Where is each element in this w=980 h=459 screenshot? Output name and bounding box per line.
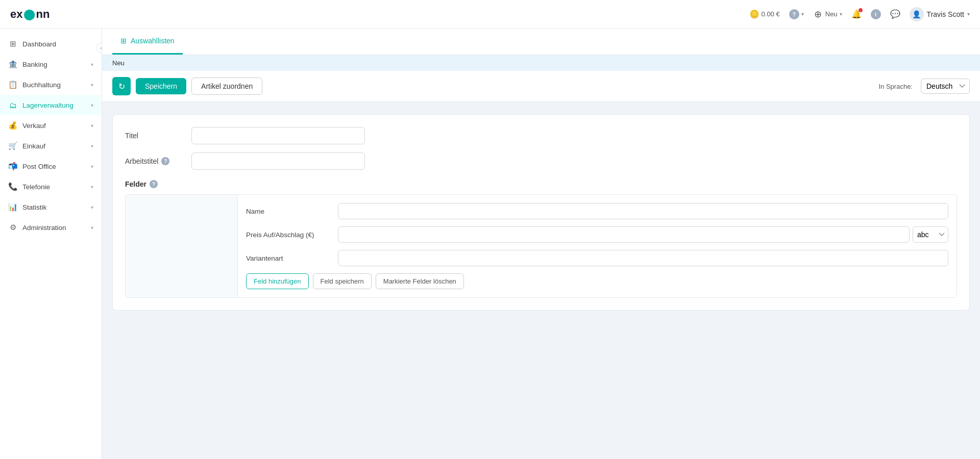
message-button[interactable]: 💬 (890, 9, 900, 19)
neu-section: Neu (102, 55, 980, 71)
delete-marked-button[interactable]: Markierte Felder löschen (376, 273, 464, 289)
arbeitstitel-help-icon[interactable]: ? (161, 157, 169, 165)
name-field-label: Name (246, 208, 338, 215)
form-area: Titel Arbeitstitel ? Felder ? (102, 102, 980, 323)
einkauf-chevron-icon: ▾ (91, 143, 93, 149)
dashboard-icon: ⊞ (8, 39, 17, 48)
sidebar-label-post-office: Post Office (22, 163, 56, 170)
tab-auswahllisten-label: Auswahllisten (131, 37, 175, 45)
post-office-chevron-icon: ▾ (91, 164, 93, 169)
variante-field-row: Variantenart (246, 250, 948, 266)
topbar-right: 🪙 0.00 € ? ▾ ⊕ Neu ▾ 🔔 i 💬 👤 Travis Scot… (749, 7, 970, 21)
help-icon: ? (789, 9, 799, 19)
notification-dot (859, 8, 863, 12)
info-button[interactable]: i (871, 9, 881, 19)
sidebar-label-banking: Banking (22, 61, 47, 68)
preis-field-label: Preis Auf/Abschlag (€) (246, 231, 338, 239)
language-select[interactable]: Deutsch English Français Español (921, 79, 970, 94)
felder-buttons: Feld hinzufügen Feld speichern Markierte… (246, 273, 948, 289)
name-field-input[interactable] (338, 203, 948, 219)
add-field-button[interactable]: Feld hinzufügen (246, 273, 309, 289)
statistik-icon: 📊 (8, 202, 17, 212)
amount-display[interactable]: 🪙 0.00 € (749, 9, 780, 19)
logo-dot: ⬤ (23, 8, 35, 20)
user-avatar-icon: 👤 (910, 7, 924, 21)
logo-text2: nn (36, 8, 50, 21)
arbeitstitel-label: Arbeitstitel ? (125, 157, 191, 165)
sidebar-item-buchhaltung[interactable]: 📋 Buchhaltung ▾ (0, 74, 102, 95)
user-name: Travis Scott (927, 10, 964, 18)
statistik-chevron-icon: ▾ (91, 205, 93, 210)
felder-fields-panel: Name Preis Auf/Abschlag (€) abc 123 (238, 195, 957, 297)
logo-text: ex (10, 8, 22, 21)
logo[interactable]: ex⬤nn (10, 8, 50, 21)
info-icon: i (871, 9, 881, 19)
felder-content: Name Preis Auf/Abschlag (€) abc 123 (125, 194, 957, 298)
neu-menu[interactable]: ⊕ Neu ▾ (813, 9, 842, 19)
notification-bell[interactable]: 🔔 (851, 9, 862, 19)
help-menu[interactable]: ? ▾ (789, 9, 804, 19)
felder-list-panel (126, 195, 238, 297)
main-layout: ‹ ⊞ Dashboard 🏦 Banking ▾ 📋 Buchhaltung … (0, 29, 980, 459)
sidebar-label-statistik: Statistik (22, 203, 46, 211)
sidebar-item-post-office[interactable]: 📬 Post Office ▾ (0, 156, 102, 176)
sidebar-label-lagerverwaltung: Lagerverwaltung (22, 101, 74, 109)
telefonie-icon: 📞 (8, 182, 17, 191)
save-button[interactable]: Speichern (136, 78, 186, 94)
banking-chevron-icon: ▾ (91, 62, 93, 67)
sidebar-item-einkauf[interactable]: 🛒 Einkauf ▾ (0, 136, 102, 156)
banking-icon: 🏦 (8, 60, 17, 69)
titel-label: Titel (125, 132, 191, 140)
assign-article-button[interactable]: Artikel zuordnen (191, 78, 262, 95)
form-card: Titel Arbeitstitel ? Felder ? (112, 114, 970, 311)
sidebar-label-einkauf: Einkauf (22, 142, 45, 150)
verkauf-icon: 💰 (8, 121, 17, 130)
topbar: ex⬤nn 🪙 0.00 € ? ▾ ⊕ Neu ▾ 🔔 i 💬 👤 Travi… (0, 0, 980, 29)
titel-input[interactable] (191, 127, 365, 144)
titel-row: Titel (125, 127, 957, 144)
arbeitstitel-input[interactable] (191, 152, 365, 170)
neu-label: Neu (112, 59, 125, 67)
buchhaltung-icon: 📋 (8, 80, 17, 89)
sidebar-label-dashboard: Dashboard (22, 40, 56, 48)
sidebar-item-administration[interactable]: ⚙ Administration ▾ (0, 217, 102, 238)
abc-type-select[interactable]: abc 123 (913, 226, 948, 243)
help-chevron-icon: ▾ (801, 11, 804, 17)
felder-section: Felder ? Name (125, 180, 957, 298)
refresh-button[interactable]: ↻ (112, 77, 131, 95)
plus-icon: ⊕ (813, 9, 823, 19)
sidebar-item-telefonie[interactable]: 📞 Telefonie ▾ (0, 176, 102, 197)
sidebar: ‹ ⊞ Dashboard 🏦 Banking ▾ 📋 Buchhaltung … (0, 29, 102, 459)
tab-auswahllisten[interactable]: ⊞ Auswahllisten (112, 29, 183, 55)
verkauf-chevron-icon: ▾ (91, 123, 93, 129)
sidebar-item-banking[interactable]: 🏦 Banking ▾ (0, 54, 102, 74)
content-area: ⊞ Auswahllisten Neu ↻ Speichern Artikel … (102, 29, 980, 459)
variante-field-input[interactable] (338, 250, 948, 266)
preis-field-row: Preis Auf/Abschlag (€) abc 123 (246, 226, 948, 243)
sidebar-label-buchhaltung: Buchhaltung (22, 81, 61, 89)
preis-field-input[interactable] (338, 226, 910, 243)
sidebar-item-verkauf[interactable]: 💰 Verkauf ▾ (0, 115, 102, 136)
user-menu[interactable]: 👤 Travis Scott ▾ (910, 7, 970, 21)
lagerverwaltung-icon: 🗂 (8, 100, 17, 110)
language-label: In Sprache: (879, 83, 913, 90)
balance-amount: 0.00 € (762, 10, 780, 18)
sidebar-item-statistik[interactable]: 📊 Statistik ▾ (0, 197, 102, 217)
page-tabs: ⊞ Auswahllisten (102, 29, 980, 55)
variante-field-label: Variantenart (246, 254, 338, 262)
tab-auswahllisten-icon: ⊞ (120, 37, 127, 45)
felder-help-icon[interactable]: ? (150, 180, 158, 188)
user-chevron-icon: ▾ (967, 11, 970, 17)
wallet-icon: 🪙 (749, 9, 760, 19)
sidebar-item-dashboard[interactable]: ⊞ Dashboard (0, 34, 102, 54)
neu-label: Neu (825, 10, 838, 18)
sidebar-label-administration: Administration (22, 224, 66, 232)
save-field-button[interactable]: Feld speichern (313, 273, 372, 289)
toolbar: ↻ Speichern Artikel zuordnen In Sprache:… (102, 71, 980, 102)
sidebar-label-verkauf: Verkauf (22, 122, 46, 130)
name-field-row: Name (246, 203, 948, 219)
buchhaltung-chevron-icon: ▾ (91, 82, 93, 88)
sidebar-item-lagerverwaltung[interactable]: 🗂 Lagerverwaltung ▾ (0, 95, 102, 115)
lagerverwaltung-chevron-icon: ▾ (91, 103, 93, 108)
post-office-icon: 📬 (8, 162, 17, 171)
